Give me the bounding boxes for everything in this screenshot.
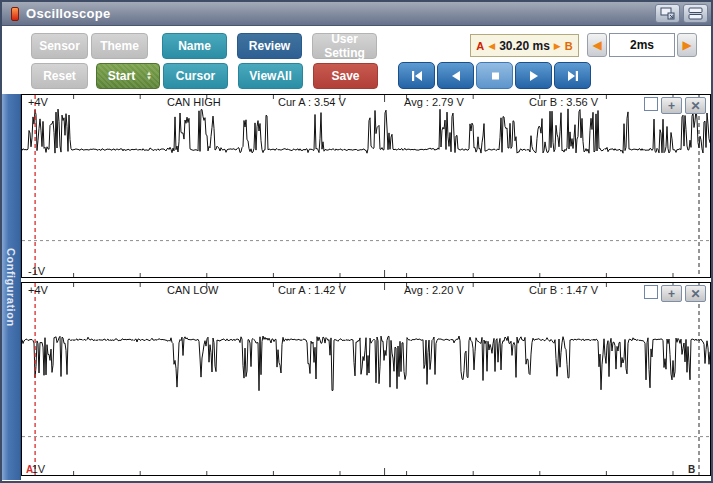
channel-controls: + ✕ (644, 285, 706, 302)
channel-can-high: +4V CAN HIGH Cur A : 3.54 V Avg : 2.79 V… (21, 94, 711, 278)
detach-window-button[interactable] (655, 4, 680, 23)
cursor-delta-value: 30.20 ms (499, 39, 550, 53)
window-title: Oscilloscope (26, 6, 111, 21)
start-button-label: Start (97, 69, 146, 83)
channel-stack: +4V CAN HIGH Cur A : 3.54 V Avg : 2.79 V… (21, 94, 711, 480)
user-setting-button[interactable]: User Setting (312, 33, 377, 59)
oscilloscope-window: Oscilloscope Sensor Theme Name Review Us… (0, 0, 713, 483)
average-measure: Avg : 2.20 V (404, 284, 464, 296)
toolbar: Sensor Theme Name Review User Setting Re… (2, 26, 711, 94)
volt-bottom-label: -1V (28, 265, 45, 277)
channel-add-button[interactable]: + (661, 285, 682, 302)
cursor-b-right-arrow-icon[interactable]: ▶ (554, 41, 561, 51)
volt-top-label: +4V (28, 96, 48, 108)
detach-window-icon (660, 7, 675, 20)
cursor-a-left-arrow-icon[interactable]: ◀ (488, 41, 495, 51)
skip-to-end-icon (566, 70, 580, 82)
cursor-b-marker-label[interactable]: B (688, 464, 695, 475)
spinner-arrows-icon: ▲▼ (146, 71, 152, 81)
cursor-button[interactable]: Cursor (163, 63, 228, 89)
cursor-a-measure: Cur A : 1.42 V (278, 284, 346, 296)
cursor-a-tag: A (476, 40, 484, 52)
cursor-b-measure: Cur B : 1.47 V (529, 284, 598, 296)
waveform-plot-can-low[interactable] (22, 283, 710, 475)
name-button[interactable]: Name (162, 33, 227, 59)
skip-to-end-button[interactable] (554, 62, 591, 89)
toolbar-row-1: Sensor Theme Name Review User Setting (31, 33, 377, 59)
viewall-button[interactable]: ViewAll (238, 63, 303, 89)
cursor-ab-readout: A ◀ 30.20 ms ▶ B (470, 34, 579, 57)
skip-to-start-icon (410, 70, 424, 82)
cursor-b-tag: B (565, 40, 573, 52)
cursor-a-marker-label[interactable]: A (26, 464, 33, 475)
channel-can-low: +4V CAN LOW Cur A : 1.42 V Avg : 2.20 V … (21, 282, 711, 476)
window-menu-button[interactable] (683, 4, 708, 23)
cursor-b-measure: Cur B : 3.56 V (529, 96, 598, 108)
channel-close-button[interactable]: ✕ (685, 97, 706, 114)
playback-controls (398, 62, 591, 89)
start-button[interactable]: Start ▲▼ (96, 63, 160, 89)
app-icon (11, 7, 19, 21)
configuration-tab-label: Configuration (5, 248, 17, 327)
step-back-button[interactable] (437, 62, 474, 89)
configuration-tab[interactable]: Configuration (2, 94, 21, 480)
timebase-decrease-button[interactable]: ◀ (587, 33, 607, 57)
channel-name: CAN HIGH (167, 96, 221, 108)
review-button[interactable]: Review (237, 33, 302, 59)
toolbar-row-2: Reset Start ▲▼ Cursor ViewAll Save (31, 63, 378, 89)
channel-close-button[interactable]: ✕ (685, 285, 706, 302)
titlebar: Oscilloscope (2, 2, 711, 26)
average-measure: Avg : 2.79 V (404, 96, 464, 108)
volt-top-label: +4V (28, 284, 48, 296)
play-button[interactable] (515, 62, 552, 89)
stop-button[interactable] (476, 62, 513, 89)
channel-select-checkbox[interactable] (644, 285, 658, 299)
cursor-a-measure: Cur A : 3.54 V (278, 96, 346, 108)
timebase-increase-button[interactable]: ▶ (677, 33, 697, 57)
timebase-spinner: ◀ 2ms ▶ (587, 33, 697, 57)
channel-controls: + ✕ (644, 97, 706, 114)
timebase-value[interactable]: 2ms (609, 33, 675, 57)
skip-to-start-button[interactable] (398, 62, 435, 89)
save-button[interactable]: Save (313, 63, 378, 89)
sensor-button[interactable]: Sensor (31, 33, 88, 59)
step-back-icon (449, 70, 463, 82)
window-menu-icon (688, 7, 703, 20)
waveform-plot-can-high[interactable] (22, 95, 710, 277)
channel-add-button[interactable]: + (661, 97, 682, 114)
channel-select-checkbox[interactable] (644, 97, 658, 111)
reset-button[interactable]: Reset (31, 63, 88, 89)
play-icon (527, 70, 541, 82)
main-area: Configuration +4V CAN HIGH Cur A : 3.54 … (2, 94, 711, 480)
stop-icon (488, 70, 502, 82)
theme-button[interactable]: Theme (91, 33, 148, 59)
channel-name: CAN LOW (167, 284, 218, 296)
